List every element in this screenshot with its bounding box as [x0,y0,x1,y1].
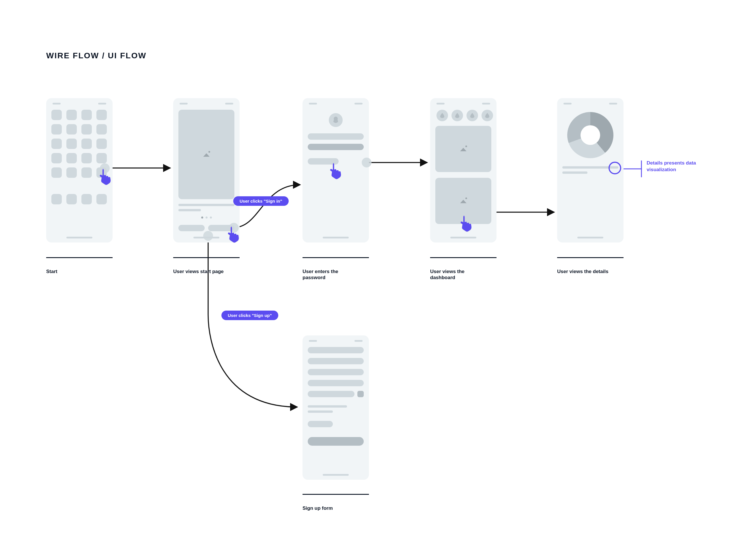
signup-field[interactable] [308,380,364,386]
caption-details: User views the details [557,269,608,274]
submit-button[interactable] [308,437,364,446]
signup-field[interactable] [308,369,364,375]
action-sign-in: User clicks "Sign in" [233,196,289,206]
caption-dashboard: User views the dashboard [430,269,464,280]
screen-signup [303,335,369,480]
password-field[interactable] [308,144,364,150]
hero-image-placeholder [178,110,235,199]
app-grid [51,110,107,178]
donut-chart [567,112,613,158]
signup-field[interactable] [308,347,364,353]
caption-start: Start [46,269,57,274]
diagram-canvas: WIRE FLOW / UI FLOW [0,0,739,560]
image-icon [203,152,209,157]
page-title: WIRE FLOW / UI FLOW [46,51,146,60]
forgot-link[interactable] [308,158,339,164]
checkbox[interactable] [357,391,364,397]
annotation-circle [608,162,621,174]
dashboard-card-2[interactable] [435,178,491,224]
screen-password [303,98,369,243]
sign-up-button[interactable] [178,225,205,231]
screen-onboarding [173,98,240,243]
caption-onboarding: User views start page [173,269,224,274]
dashboard-card-1[interactable] [435,126,491,172]
screen-dashboard [430,98,496,243]
user-avatars [436,110,491,121]
caption-password: User enters the password [303,269,338,280]
page-dots [178,217,235,219]
image-icon [460,147,466,151]
signup-field[interactable] [308,358,364,364]
caption-signup: Sign up form [303,506,333,511]
signup-field[interactable] [308,391,354,397]
secondary-button[interactable] [308,421,333,427]
avatar-icon [329,113,343,127]
arrow-layer [0,0,739,560]
app-icon [51,110,62,120]
annotation-details: Details presents data visualization [647,160,722,173]
image-icon [460,198,466,203]
username-field[interactable] [308,133,364,140]
action-sign-up: User clicks "Sign up" [221,311,278,320]
